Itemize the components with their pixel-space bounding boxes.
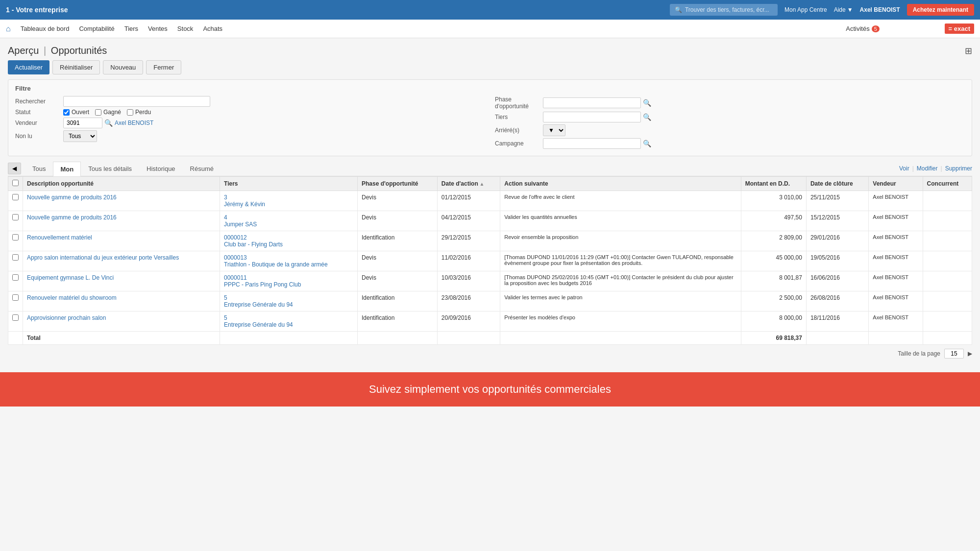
col-phase: Phase d'opportunité bbox=[358, 177, 438, 191]
row-tiers-1: 4 Jumper SAS bbox=[220, 211, 358, 231]
search-icon-phase[interactable]: 🔍 bbox=[643, 99, 651, 107]
menu-ventes[interactable]: Ventes bbox=[148, 25, 168, 32]
row-checkbox-0[interactable] bbox=[8, 191, 23, 211]
home-icon[interactable]: ⌂ bbox=[6, 24, 11, 33]
checkbox-gagne[interactable] bbox=[95, 109, 101, 116]
col-montant: Montant en D.D. bbox=[741, 177, 806, 191]
tiers-name-3[interactable]: Triathlon - Boutique de la grande armée bbox=[224, 261, 328, 268]
buy-button[interactable]: Achetez maintenant bbox=[907, 4, 974, 16]
filter-phase-input[interactable] bbox=[543, 97, 641, 108]
row-checkbox-3[interactable] bbox=[8, 251, 23, 271]
company-name[interactable]: 1 - Votre entreprise bbox=[6, 6, 68, 14]
close-button[interactable]: Fermer bbox=[146, 60, 181, 74]
description-link-6[interactable]: Approvisionner prochain salon bbox=[27, 314, 106, 321]
total-empty-4 bbox=[437, 332, 500, 345]
filter-tiers-input[interactable] bbox=[543, 112, 641, 122]
tiers-name-1[interactable]: Jumper SAS bbox=[224, 221, 257, 228]
tab-historique[interactable]: Historique bbox=[139, 161, 183, 176]
tiers-num-1[interactable]: 4 bbox=[224, 214, 227, 221]
menu-tiers[interactable]: Tiers bbox=[124, 25, 138, 32]
menu-tableaux[interactable]: Tableaux de bord bbox=[21, 25, 70, 32]
filter-grid: Rechercher Statut Ouvert Gagné Perdu bbox=[15, 96, 965, 151]
tiers-name-4[interactable]: PPPC - Paris Ping Pong Club bbox=[224, 281, 301, 288]
statut-gagne[interactable]: Gagné bbox=[95, 109, 121, 116]
row-checkbox-4[interactable] bbox=[8, 271, 23, 291]
filter-nonlu-select[interactable]: Tous Non lu bbox=[63, 130, 97, 142]
row-vendeur-6: Axel BENOIST bbox=[869, 311, 923, 332]
tab-tous[interactable]: Tous bbox=[25, 161, 53, 176]
activities-link[interactable]: Activités 5 bbox=[846, 25, 880, 32]
row-date-action-4: 10/03/2016 bbox=[437, 271, 500, 291]
tiers-num-4[interactable]: 0000011 bbox=[224, 274, 247, 281]
filter-tiers-label: Tiers bbox=[495, 114, 539, 120]
modifier-link[interactable]: Modifier bbox=[917, 165, 938, 172]
app-center-link[interactable]: Mon App Centre bbox=[784, 6, 827, 13]
search-box[interactable]: 🔍 bbox=[670, 4, 778, 16]
row-action-suivante-0: Revue de l'offre avec le client bbox=[500, 191, 741, 211]
statut-perdu[interactable]: Perdu bbox=[127, 109, 151, 116]
total-empty-5 bbox=[500, 332, 741, 345]
tiers-num-2[interactable]: 0000012 bbox=[224, 234, 247, 241]
documents-link[interactable]: Documents bbox=[886, 25, 916, 32]
tab-resume[interactable]: Résumé bbox=[183, 161, 221, 176]
row-checkbox-1[interactable] bbox=[8, 211, 23, 231]
tiers-name-0[interactable]: Jérémy & Kévin bbox=[224, 201, 265, 208]
filter-vendeur-input[interactable] bbox=[63, 118, 102, 128]
row-date-cloture-5: 26/08/2016 bbox=[806, 291, 868, 311]
row-concurrent-3 bbox=[923, 251, 972, 271]
tiers-num-5[interactable]: 5 bbox=[224, 294, 227, 301]
search-icon-tiers[interactable]: 🔍 bbox=[643, 113, 651, 121]
supprimer-link[interactable]: Supprimer bbox=[945, 165, 972, 172]
select-all-checkbox[interactable] bbox=[12, 180, 19, 186]
reset-button[interactable]: Réinitialiser bbox=[52, 60, 100, 74]
col-concurrent: Concurrent bbox=[923, 177, 972, 191]
tab-mon[interactable]: Mon bbox=[53, 162, 81, 176]
user-name[interactable]: Axel BENOIST bbox=[860, 6, 900, 13]
next-page-icon[interactable]: ▶ bbox=[968, 350, 972, 357]
tiers-name-5[interactable]: Entreprise Générale du 94 bbox=[224, 301, 293, 308]
tiers-name-2[interactable]: Club bar - Flying Darts bbox=[224, 241, 283, 248]
tab-tous-details[interactable]: Tous les détails bbox=[81, 161, 139, 176]
help-link[interactable]: Aide ▼ bbox=[834, 6, 853, 13]
search-input[interactable] bbox=[685, 6, 773, 13]
voir-link[interactable]: Voir bbox=[899, 165, 909, 172]
row-montant-5: 2 500,00 bbox=[741, 291, 806, 311]
tiers-num-6[interactable]: 5 bbox=[224, 314, 227, 321]
view-icon[interactable]: ⊞ bbox=[965, 46, 972, 56]
description-link-1[interactable]: Nouvelle gamme de produits 2016 bbox=[27, 214, 117, 221]
row-checkbox-6[interactable] bbox=[8, 311, 23, 332]
create-link[interactable]: Créer bbox=[923, 25, 938, 32]
statut-ouvert[interactable]: Ouvert bbox=[63, 109, 89, 116]
row-checkbox-5[interactable] bbox=[8, 291, 23, 311]
tiers-num-0[interactable]: 3 bbox=[224, 194, 227, 201]
description-link-2[interactable]: Renouvellement matériel bbox=[27, 234, 92, 241]
menu-stock[interactable]: Stock bbox=[177, 25, 194, 32]
tiers-num-3[interactable]: 0000013 bbox=[224, 254, 247, 261]
row-tiers-2: 0000012 Club bar - Flying Darts bbox=[220, 231, 358, 251]
top-nav-left: 1 - Votre entreprise bbox=[6, 6, 68, 14]
checkbox-perdu[interactable] bbox=[127, 109, 133, 116]
vendeur-link[interactable]: Axel BENOIST bbox=[115, 120, 153, 126]
tiers-name-6[interactable]: Entreprise Générale du 94 bbox=[224, 321, 293, 328]
description-link-0[interactable]: Nouvelle gamme de produits 2016 bbox=[27, 194, 117, 201]
description-link-3[interactable]: Appro salon international du jeux extéri… bbox=[27, 254, 179, 261]
refresh-button[interactable]: Actualiser bbox=[8, 60, 49, 74]
table-row: Renouvellement matériel 0000012 Club bar… bbox=[8, 231, 972, 251]
menu-achats[interactable]: Achats bbox=[203, 25, 222, 32]
checkbox-ouvert[interactable] bbox=[63, 109, 70, 116]
menu-comptabilite[interactable]: Comptabilité bbox=[79, 25, 114, 32]
search-icon-campagne[interactable]: 🔍 bbox=[643, 140, 651, 147]
row-checkbox-2[interactable] bbox=[8, 231, 23, 251]
page-size-input[interactable] bbox=[944, 349, 964, 359]
back-button[interactable]: ◀ bbox=[8, 163, 21, 174]
total-empty-1 bbox=[8, 332, 23, 345]
filter-rechercher-input[interactable] bbox=[63, 96, 210, 107]
description-link-5[interactable]: Renouveler matériel du showroom bbox=[27, 294, 117, 301]
col-date-action[interactable]: Date d'action bbox=[437, 177, 500, 191]
filter-campagne-input[interactable] bbox=[543, 138, 641, 149]
search-icon-vendeur[interactable]: 🔍 bbox=[104, 119, 113, 127]
filter-arrieres-select[interactable]: ▼ bbox=[543, 124, 565, 136]
total-empty-7 bbox=[869, 332, 923, 345]
new-button[interactable]: Nouveau bbox=[103, 60, 143, 74]
description-link-4[interactable]: Equipement gymnase L. De Vinci bbox=[27, 274, 114, 281]
